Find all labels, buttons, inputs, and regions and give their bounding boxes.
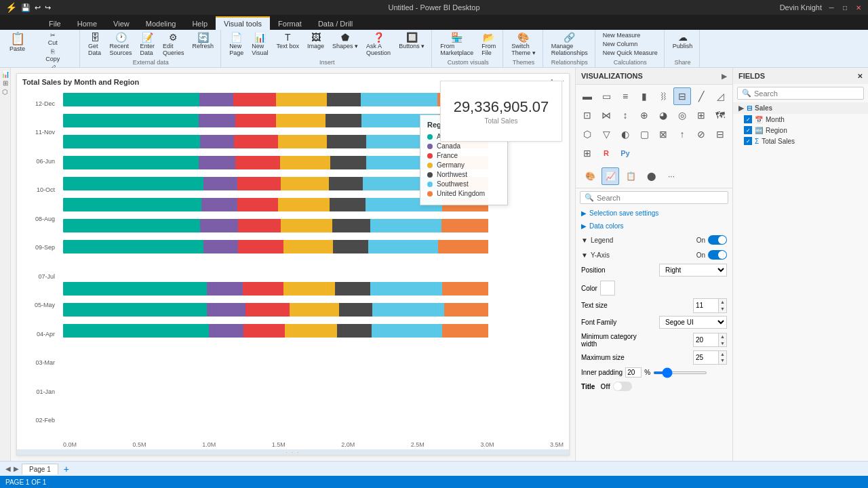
viz-analytics-icon[interactable]: 📈	[601, 167, 619, 185]
selection-save-settings[interactable]: ▶ Selection save settings	[576, 207, 732, 220]
enter-data-button[interactable]: 📝 EnterData	[138, 31, 158, 58]
new-quick-measure-button[interactable]: New Quick Measure	[601, 49, 660, 57]
tab-home[interactable]: Home	[69, 17, 105, 30]
from-file-button[interactable]: 📂 FromFile	[479, 31, 498, 58]
inner-padding-slider[interactable]	[653, 371, 707, 374]
viz-search-input[interactable]	[597, 194, 724, 202]
viz-stacked-bar[interactable]: ▬	[578, 87, 596, 105]
viz-filled-map[interactable]: ⬡	[578, 125, 596, 143]
viz-clustered-column[interactable]: ⧚	[654, 87, 672, 105]
minimize-button[interactable]: ─	[827, 3, 835, 12]
recent-sources-button[interactable]: 🕐 RecentSources	[107, 31, 135, 58]
shapes-button[interactable]: ⬟ Shapes ▾	[330, 31, 361, 51]
viz-area-chart[interactable]: ◿	[711, 87, 729, 105]
viz-gauge[interactable]: ◐	[616, 125, 634, 143]
settings-scroll[interactable]: ▶ Selection save settings ▶ Data colors …	[576, 207, 732, 461]
position-select[interactable]: Right Left	[659, 264, 727, 277]
page-tab-1[interactable]: Page 1	[22, 464, 58, 474]
viz-format-icon[interactable]: 🎨	[581, 167, 599, 185]
inner-padding-input[interactable]	[625, 367, 642, 378]
viz-donut[interactable]: ◎	[673, 106, 691, 124]
refresh-button[interactable]: 🔄 Refresh	[190, 31, 217, 51]
viz-stacked-column[interactable]: ▮	[635, 87, 653, 105]
viz-funnel[interactable]: ▽	[597, 125, 615, 143]
report-view-icon[interactable]: 📊	[1, 70, 9, 78]
viz-kpi[interactable]: ↑	[673, 125, 691, 143]
viz-search-box[interactable]: 🔍	[580, 191, 728, 204]
from-marketplace-button[interactable]: 🏪 FromMarketplace	[437, 31, 476, 58]
viz-pie[interactable]: ◕	[654, 106, 672, 124]
viz-waterfall[interactable]: ↕	[616, 106, 634, 124]
tab-visual-tools[interactable]: Visual tools	[216, 16, 270, 30]
tab-data-drill[interactable]: Data / Drill	[310, 17, 361, 30]
legend-toggle[interactable]	[708, 235, 727, 245]
total-sales-checkbox[interactable]: ✓	[744, 137, 752, 145]
data-view-icon[interactable]: ⊞	[3, 79, 8, 87]
month-checkbox[interactable]: ✓	[744, 115, 752, 123]
viz-100-stacked-column[interactable]: ⊟	[673, 87, 691, 105]
quick-access-save[interactable]: 💾	[21, 3, 31, 12]
model-view-icon[interactable]: ⬡	[2, 88, 8, 96]
viz-table[interactable]: ⊟	[711, 125, 729, 143]
tab-file[interactable]: File	[41, 17, 69, 30]
prev-page-button[interactable]: ◀	[5, 465, 11, 472]
get-data-button[interactable]: 🗄 GetData	[85, 31, 104, 58]
image-button[interactable]: 🖼 Image	[304, 31, 327, 51]
tab-help[interactable]: Help	[184, 17, 216, 30]
quick-access-redo[interactable]: ↪	[45, 3, 51, 12]
viz-card[interactable]: ▢	[635, 125, 653, 143]
viz-map[interactable]: 🗺	[711, 106, 729, 124]
publish-button[interactable]: ☁ Publish	[670, 31, 696, 51]
field-region[interactable]: ✓ 🔤 Region	[733, 125, 868, 136]
yaxis-setting-row[interactable]: ▼ Y-Axis On	[576, 247, 732, 262]
data-colors-section[interactable]: ▶ Data colors	[576, 220, 732, 232]
min-cat-down[interactable]: ▼	[719, 340, 726, 347]
viz-line-column[interactable]: ⊡	[578, 106, 596, 124]
text-size-input[interactable]	[694, 301, 718, 310]
viz-panel-header[interactable]: VISUALIZATIONS ▶	[576, 68, 732, 84]
maximize-button[interactable]: □	[841, 3, 849, 12]
new-page-button[interactable]: 📄 NewPage	[226, 31, 246, 58]
min-category-input[interactable]	[694, 336, 718, 344]
new-column-button[interactable]: New Column	[601, 40, 640, 48]
viz-treemap[interactable]: ⊞	[692, 106, 710, 124]
quick-access-undo[interactable]: ↩	[35, 3, 41, 12]
viz-100-stacked-bar[interactable]: ≡	[616, 87, 634, 105]
switch-theme-button[interactable]: 🎨 SwitchTheme ▾	[509, 31, 538, 58]
tab-format[interactable]: Format	[270, 17, 310, 30]
fields-search-input[interactable]	[754, 89, 859, 98]
next-page-button[interactable]: ▶	[14, 465, 19, 472]
yaxis-toggle[interactable]	[708, 250, 727, 260]
text-box-button[interactable]: T Text box	[274, 31, 302, 51]
viz-clustered-bar[interactable]: ▭	[597, 87, 615, 105]
viz-panel-expand-icon[interactable]: ▶	[722, 73, 727, 80]
viz-ribbon[interactable]: ⋈	[597, 106, 615, 124]
viz-more-icon[interactable]: ···	[663, 167, 680, 185]
viz-line-chart[interactable]: ╱	[692, 87, 710, 105]
tab-modeling[interactable]: Modeling	[138, 17, 184, 30]
color-swatch[interactable]	[600, 281, 615, 296]
field-total-sales[interactable]: ✓ Σ Total Sales	[733, 136, 868, 146]
text-size-down[interactable]: ▼	[719, 306, 726, 312]
fields-panel-expand[interactable]: ✕	[857, 73, 863, 80]
viz-slicer[interactable]: ⊘	[692, 125, 710, 143]
viz-fields-icon[interactable]: 📋	[622, 167, 639, 185]
max-size-up[interactable]: ▲	[719, 351, 726, 358]
buttons-button[interactable]: 🔲 Buttons ▾	[396, 31, 427, 51]
paste-button[interactable]: 📋 Paste	[7, 31, 28, 54]
viz-scatter[interactable]: ⊕	[635, 106, 653, 124]
chart-resize-handle[interactable]: · · ·	[17, 449, 569, 455]
close-button[interactable]: ✕	[854, 3, 863, 12]
fields-search-box[interactable]: 🔍	[737, 87, 864, 100]
min-cat-up[interactable]: ▲	[719, 333, 726, 340]
legend-setting-row[interactable]: ▼ Legend On	[576, 232, 732, 247]
viz-multirow-card[interactable]: ⊠	[654, 125, 672, 143]
font-family-select[interactable]: Segoe UI Arial	[659, 316, 727, 329]
viz-matrix[interactable]: ⊞	[578, 144, 596, 162]
cut-button[interactable]: ✂ Cut	[31, 31, 75, 47]
viz-r-visual[interactable]: R	[597, 144, 615, 162]
copy-button[interactable]: ⎘ Copy	[31, 47, 75, 63]
title-toggle[interactable]	[613, 382, 632, 391]
region-checkbox[interactable]: ✓	[744, 126, 752, 134]
ask-question-button[interactable]: ❓ Ask AQuestion	[363, 31, 393, 58]
